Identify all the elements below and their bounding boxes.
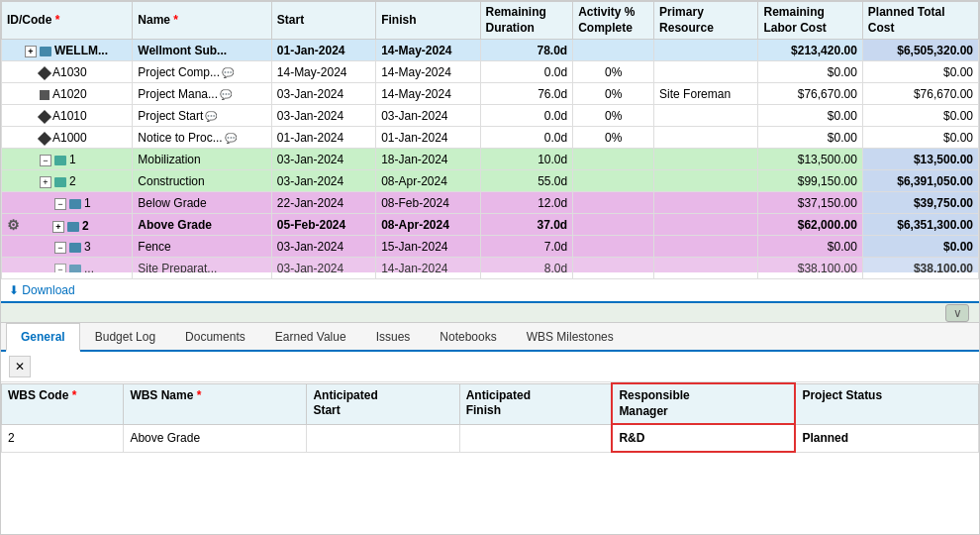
bottom-table: WBS Code * WBS Name * AnticipatedStart A… [1,382,979,453]
tab-documents[interactable]: Documents [170,323,260,350]
bottom-cell-projstatus: Planned [795,424,978,452]
cell-planned: $38,100.00 [862,258,978,279]
cell-remaining: 0.0d [480,61,573,83]
expand-collapse-icon[interactable]: − [54,264,66,275]
cell-idcode: A1000 [2,127,133,149]
cell-primary [654,170,758,192]
cell-finish: 03-Jan-2024 [376,105,480,127]
cell-start: 03-Jan-2024 [271,83,375,105]
cell-id-value: A1030 [52,65,87,79]
col-header-activity: Activity %Complete [573,2,654,40]
cell-name: Site Preparat... [133,258,271,279]
col-header-antfinish: AnticipatedFinish [459,383,612,424]
tab-notebooks[interactable]: Notebooks [425,323,511,350]
name-value: Below Grade [138,196,206,210]
table-row: −...Site Preparat...03-Jan-202414-Jan-20… [2,258,979,279]
bottom-cell-wbsname: Above Grade [124,424,307,452]
expand-collapse-icon[interactable]: − [54,198,66,210]
chat-icon[interactable]: 💬 [225,133,237,144]
download-label[interactable]: Download [22,283,74,297]
cell-primary [654,61,758,83]
cell-remaining: 55.0d [480,170,573,192]
diamond-icon [38,65,51,79]
cell-planned: $0.00 [862,105,978,127]
chat-icon[interactable]: 💬 [205,111,217,122]
cell-activity: 0% [573,61,654,83]
close-button[interactable]: ✕ [9,356,31,377]
cell-id-value: 3 [84,240,91,254]
diamond-icon [38,109,51,123]
cell-primary [654,127,758,149]
cell-name: Fence [133,236,271,258]
expand-collapse-icon[interactable]: + [52,221,64,233]
cell-planned: $13,500.00 [862,149,978,170]
cell-name: Above Grade [133,214,271,236]
cell-activity [573,258,654,279]
square-icon [40,90,49,100]
table-row: A1000Notice to Proc...💬01-Jan-202401-Jan… [2,127,979,149]
chat-icon[interactable]: 💬 [220,89,232,100]
cell-start: 01-Jan-2024 [271,127,375,149]
cell-id-value: ... [84,262,94,275]
expand-collapse-icon[interactable]: − [54,242,66,254]
cell-planned: $0.00 [862,127,978,149]
chat-icon[interactable]: 💬 [222,67,234,78]
cell-start: 22-Jan-2024 [271,192,375,214]
name-value: Project Start [138,109,203,123]
tab-wbs-milestones[interactable]: WBS Milestones [512,323,629,350]
name-value: Site Preparat... [138,262,217,275]
expand-collapse-icon[interactable]: − [40,155,51,166]
bottom-cell-antfinish [459,424,612,452]
cell-name: Wellmont Sub... [133,40,271,61]
table-row: +2Construction03-Jan-202408-Apr-202455.0… [2,170,979,192]
main-container: ID/Code * Name * Start Finish RemainingD… [0,0,980,535]
cell-labor: $213,420.00 [758,40,862,61]
cell-primary [654,214,758,236]
table-row: −3Fence03-Jan-202415-Jan-20247.0d$0.00$0… [2,236,979,258]
cell-activity: 0% [573,127,654,149]
col-header-planned: Planned TotalCost [862,2,978,40]
cell-primary [654,105,758,127]
chevron-down-icon: ∨ [953,306,962,320]
tab-general[interactable]: General [6,323,80,352]
name-value: Notice to Proc... [138,131,222,145]
cell-remaining: 78.0d [480,40,573,61]
col-header-name: Name * [133,2,271,40]
grid-section: ID/Code * Name * Start Finish RemainingD… [1,1,979,303]
col-header-respmanager: ResponsibleManager [612,383,795,424]
cell-remaining: 8.0d [480,258,573,279]
download-row[interactable]: ⬇ Download [1,279,979,301]
cell-labor: $0.00 [758,105,862,127]
cell-finish: 18-Jan-2024 [376,149,480,170]
cell-idcode: −1 [2,192,133,214]
expand-collapse-icon[interactable]: + [40,176,51,188]
col-header-remaining: RemainingDuration [480,2,573,40]
resize-button[interactable]: ∨ [945,304,969,322]
cell-id-value: A1010 [52,109,87,123]
cell-labor: $62,000.00 [758,214,862,236]
expand-collapse-icon[interactable]: + [25,46,37,57]
tab-earned-value[interactable]: Earned Value [260,323,361,350]
cell-idcode: +2 [2,170,133,192]
resize-area: ∨ [1,303,979,323]
cell-primary: Site Foreman [654,83,758,105]
cell-id-value: 2 [69,174,76,188]
folder-blue-icon [69,265,81,274]
cell-labor: $99,150.00 [758,170,862,192]
cell-idcode: +WELLM... [2,40,133,61]
tab-budget-log[interactable]: Budget Log [80,323,170,350]
cell-labor: $38,100.00 [758,258,862,279]
folder-blue-icon [69,199,81,209]
tab-issues[interactable]: Issues [361,323,426,350]
table-row: −1Mobilization03-Jan-202418-Jan-202410.0… [2,149,979,170]
cell-remaining: 37.0d [480,214,573,236]
cell-planned: $6,351,300.00 [862,214,978,236]
cell-id-value: 1 [69,153,76,166]
cell-remaining: 10.0d [480,149,573,170]
cell-planned: $6,505,320.00 [862,40,978,61]
cell-primary [654,236,758,258]
cell-activity [573,236,654,258]
cell-labor: $13,500.00 [758,149,862,170]
cell-finish: 14-Jan-2024 [376,258,480,279]
col-header-labor: RemainingLabor Cost [758,2,862,40]
